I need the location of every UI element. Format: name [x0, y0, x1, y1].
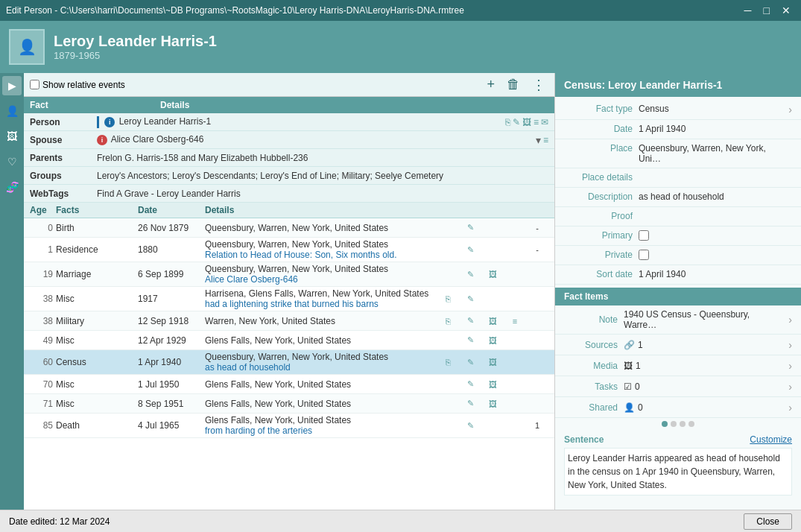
fact-icon-edit[interactable]: ✎ — [459, 399, 481, 408]
fact-icon-edit[interactable]: ✎ — [459, 358, 481, 367]
add-button[interactable]: + — [484, 75, 498, 94]
shared-arrow[interactable]: › — [777, 402, 792, 414]
fact-icon-edit[interactable]: ✎ — [459, 421, 481, 431]
fact-name: Marriage — [56, 269, 138, 279]
right-panel: Census: Leroy Leander Harris-1 Fact type… — [555, 73, 801, 510]
fact-row[interactable]: 38 Misc 1917 Harrisena, Glens Falls, War… — [24, 287, 554, 311]
fact-details-link[interactable]: had a lightening strike that burned his … — [205, 299, 437, 309]
fact-icon-copy[interactable]: ⎘ — [437, 358, 459, 367]
fact-icon-copy[interactable]: ⎘ — [437, 317, 459, 326]
fact-details-link[interactable]: as head of household — [205, 362, 437, 373]
fact-icon-photo[interactable]: 🖼 — [481, 399, 504, 408]
private-checkbox[interactable] — [639, 250, 649, 260]
fact-details: Queensbury, Warren, New York, United Sta… — [205, 264, 437, 285]
fact-row[interactable]: 70 Misc 1 Jul 1950 Glens Falls, New York… — [24, 375, 554, 394]
fact-age: 71 — [30, 399, 56, 409]
fact-icon-photo[interactable]: 🖼 — [481, 380, 504, 389]
spouse-row: Spouse i Alice Clare Osberg-646 ▾ ≡ — [24, 131, 554, 149]
fact-details-link[interactable]: Alice Clare Osberg-646 — [205, 274, 437, 285]
date-label: Date — [564, 124, 639, 134]
fact-icon-photo[interactable]: 🖼 — [481, 336, 504, 345]
fact-icon-photo[interactable]: 🖼 — [481, 358, 504, 367]
fact-icon-edit[interactable]: ✎ — [459, 335, 481, 345]
sidebar-icon-person[interactable]: 👤 — [2, 101, 22, 121]
list-icon[interactable]: ≡ — [534, 117, 539, 127]
fact-date: 1880 — [138, 244, 205, 255]
minimize-button[interactable]: ─ — [740, 3, 756, 18]
show-relative-events-input[interactable] — [30, 80, 39, 89]
media-arrow[interactable]: › — [777, 360, 792, 372]
show-relative-events-label: Show relative events — [42, 80, 125, 90]
fact-name: Misc — [56, 379, 138, 390]
fact-row[interactable]: 49 Misc 12 Apr 1929 Glens Falls, New Yor… — [24, 331, 554, 350]
fact-icon-edit[interactable]: ✎ — [459, 270, 481, 279]
fact-row[interactable]: 38 Military 12 Sep 1918 Warren, New York… — [24, 311, 554, 331]
fact-icon-edit[interactable]: ✎ — [459, 245, 481, 255]
fact-icon-list[interactable]: ≡ — [504, 317, 526, 326]
show-relative-events-checkbox[interactable]: Show relative events — [30, 80, 125, 90]
delete-button[interactable]: 🗑 — [504, 75, 523, 94]
fact-name: Birth — [56, 223, 138, 233]
sources-arrow[interactable]: › — [777, 339, 792, 351]
fact-icon-photo[interactable]: 🖼 — [481, 270, 504, 279]
fact-date: 1 Apr 1940 — [138, 357, 205, 367]
fact-row[interactable]: 19 Marriage 6 Sep 1899 Queensbury, Warre… — [24, 262, 554, 287]
dropdown-arrow-icon[interactable]: ▾ — [536, 134, 541, 146]
copy-icon[interactable]: ⎘ — [505, 117, 510, 127]
sentence-header: Sentence Customize — [564, 434, 792, 445]
fact-icon-edit[interactable]: ✎ — [459, 223, 481, 232]
more-button[interactable]: ⋮ — [529, 75, 548, 95]
place-value: Queensbury, Warren, New York, Uni… — [639, 143, 777, 164]
fact-row[interactable]: 1 Residence 1880 Queensbury, Warren, New… — [24, 238, 554, 262]
fact-icon-edit[interactable]: ✎ — [459, 379, 481, 389]
sidebar-icons: ▶ 👤 🖼 ♡ 🧬 — [0, 73, 24, 510]
sentence-customize[interactable]: Customize — [750, 434, 792, 445]
person-row-icons: ⎘ ✎ 🖼 ≡ ✉ — [505, 117, 548, 127]
fact-icon-edit[interactable]: ✎ — [459, 316, 481, 326]
spouse-row-icons: ▾ ≡ — [536, 134, 548, 146]
tasks-arrow[interactable]: › — [777, 381, 792, 393]
person-dates: 1879-1965 — [54, 50, 217, 61]
fact-age: 38 — [30, 294, 56, 304]
fact-icon-photo[interactable]: 🖼 — [481, 317, 504, 326]
fact-row[interactable]: 71 Misc 8 Sep 1951 Glens Falls, New York… — [24, 394, 554, 414]
edit-icon[interactable]: ✎ — [513, 117, 520, 127]
mail-icon[interactable]: ✉ — [541, 117, 548, 127]
close-window-button[interactable]: ✕ — [777, 3, 795, 18]
fact-row[interactable]: 85 Death 4 Jul 1965 Glens Falls, New Yor… — [24, 414, 554, 438]
spouse-list-icon[interactable]: ≡ — [543, 135, 548, 145]
fact-date: 4 Jul 1965 — [138, 420, 205, 431]
primary-checkbox[interactable] — [639, 230, 649, 241]
fact-date: 6 Sep 1899 — [138, 269, 205, 279]
fact-item-media: Media 🖼 1 › — [555, 355, 801, 376]
fact-icon-edit[interactable]: ✎ — [459, 294, 481, 304]
fact-date: 12 Sep 1918 — [138, 316, 205, 326]
fact-age: 19 — [30, 269, 56, 279]
photo-icon[interactable]: 🖼 — [522, 117, 531, 127]
shared-value: 👤 0 — [624, 402, 777, 413]
title-bar-controls: ─ □ ✕ — [740, 3, 795, 18]
fact-age: 0 — [30, 223, 56, 233]
fact-details-link[interactable]: Relation to Head of House: Son, Six mont… — [205, 250, 437, 260]
parents-label: Parents — [30, 153, 97, 163]
fact-details: Queensbury, Warren, New York, United Sta… — [205, 239, 437, 260]
close-button[interactable]: Close — [744, 513, 792, 530]
fact-details-link[interactable]: from harding of the arteries — [205, 425, 437, 436]
fact-details-main: Queensbury, Warren, New York, United Sta… — [205, 239, 388, 250]
dot-2 — [671, 421, 677, 427]
detail-row-primary: Primary — [555, 227, 801, 246]
fact-item-shared: Shared 👤 0 › — [555, 397, 801, 418]
sentence-label: Sentence — [564, 434, 604, 445]
fact-name: Death — [56, 420, 138, 431]
sidebar-icon-play[interactable]: ▶ — [2, 76, 22, 95]
maximize-button[interactable]: □ — [759, 3, 774, 18]
sidebar-icon-dna[interactable]: 🧬 — [2, 177, 22, 197]
fact-type-arrow[interactable]: › — [777, 104, 792, 115]
fact-row-selected[interactable]: 60 Census 1 Apr 1940 Queensbury, Warren,… — [24, 350, 554, 375]
fact-icon-copy[interactable]: ⎘ — [437, 294, 459, 303]
fact-column-label: Fact — [30, 100, 160, 110]
sidebar-icon-health[interactable]: ♡ — [2, 152, 22, 171]
fact-row[interactable]: 0 Birth 26 Nov 1879 Queensbury, Warren, … — [24, 218, 554, 238]
sidebar-icon-media[interactable]: 🖼 — [2, 127, 22, 146]
note-arrow[interactable]: › — [777, 314, 792, 326]
